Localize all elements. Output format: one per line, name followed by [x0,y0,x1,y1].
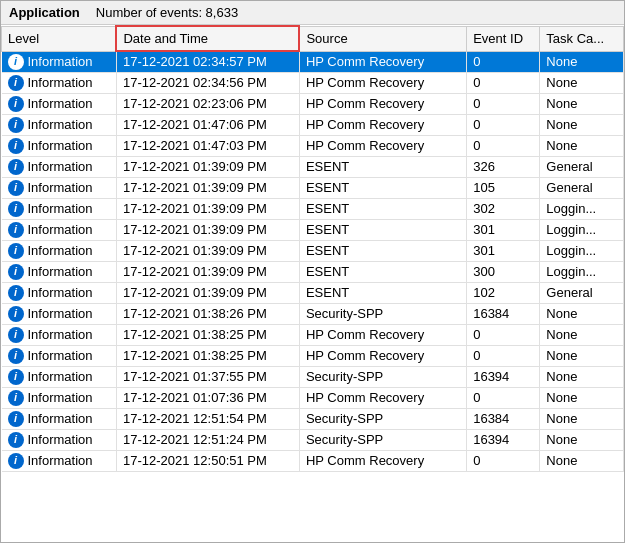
cell-taskcat: Loggin... [540,261,624,282]
info-icon: i [8,411,24,427]
cell-taskcat: None [540,135,624,156]
info-icon: i [8,285,24,301]
event-count: Number of events: 8,633 [96,5,238,20]
level-label: Information [28,306,93,321]
table-row[interactable]: iInformation17-12-2021 02:34:56 PMHP Com… [2,72,624,93]
table-header-row: Level Date and Time Source Event ID Task… [2,26,624,51]
level-label: Information [28,348,93,363]
cell-eventid: 102 [467,282,540,303]
level-label: Information [28,201,93,216]
cell-taskcat: None [540,429,624,450]
info-icon: i [8,159,24,175]
table-row[interactable]: iInformation17-12-2021 01:39:09 PMESENT1… [2,282,624,303]
cell-level: iInformation [2,72,117,93]
info-icon: i [8,306,24,322]
cell-source: ESENT [299,282,466,303]
cell-eventid: 16384 [467,303,540,324]
cell-datetime: 17-12-2021 02:23:06 PM [116,93,299,114]
info-icon: i [8,327,24,343]
table-row[interactable]: iInformation17-12-2021 01:38:25 PMHP Com… [2,345,624,366]
table-row[interactable]: iInformation17-12-2021 01:47:03 PMHP Com… [2,135,624,156]
table-row[interactable]: iInformation17-12-2021 01:39:09 PMESENT1… [2,177,624,198]
table-row[interactable]: iInformation17-12-2021 02:34:57 PMHP Com… [2,51,624,72]
cell-level: iInformation [2,198,117,219]
col-header-level[interactable]: Level [2,26,117,51]
table-row[interactable]: iInformation17-12-2021 12:50:51 PMHP Com… [2,450,624,471]
cell-datetime: 17-12-2021 01:39:09 PM [116,219,299,240]
cell-datetime: 17-12-2021 01:39:09 PM [116,156,299,177]
cell-source: ESENT [299,240,466,261]
cell-datetime: 17-12-2021 01:07:36 PM [116,387,299,408]
cell-taskcat: None [540,51,624,72]
cell-taskcat: General [540,282,624,303]
info-icon: i [8,96,24,112]
info-icon: i [8,75,24,91]
cell-taskcat: None [540,93,624,114]
cell-eventid: 300 [467,261,540,282]
info-icon: i [8,180,24,196]
col-header-datetime[interactable]: Date and Time [116,26,299,51]
cell-source: ESENT [299,177,466,198]
table-row[interactable]: iInformation17-12-2021 01:38:26 PMSecuri… [2,303,624,324]
cell-source: ESENT [299,261,466,282]
col-header-source[interactable]: Source [299,26,466,51]
cell-eventid: 0 [467,51,540,72]
table-row[interactable]: iInformation17-12-2021 01:07:36 PMHP Com… [2,387,624,408]
table-row[interactable]: iInformation17-12-2021 02:23:06 PMHP Com… [2,93,624,114]
level-label: Information [28,117,93,132]
cell-level: iInformation [2,261,117,282]
cell-datetime: 17-12-2021 12:51:24 PM [116,429,299,450]
cell-datetime: 17-12-2021 01:39:09 PM [116,261,299,282]
level-label: Information [28,411,93,426]
cell-datetime: 17-12-2021 12:51:54 PM [116,408,299,429]
col-header-eventid[interactable]: Event ID [467,26,540,51]
cell-datetime: 17-12-2021 01:38:26 PM [116,303,299,324]
info-icon: i [8,390,24,406]
table-row[interactable]: iInformation17-12-2021 01:39:09 PMESENT3… [2,156,624,177]
info-icon: i [8,117,24,133]
event-viewer-window: Application Number of events: 8,633 Leve… [0,0,625,543]
event-table: Level Date and Time Source Event ID Task… [1,25,624,472]
table-row[interactable]: iInformation17-12-2021 01:39:09 PMESENT3… [2,198,624,219]
cell-source: HP Comm Recovery [299,345,466,366]
table-row[interactable]: iInformation17-12-2021 12:51:24 PMSecuri… [2,429,624,450]
table-row[interactable]: iInformation17-12-2021 01:39:09 PMESENT3… [2,261,624,282]
cell-taskcat: None [540,366,624,387]
cell-level: iInformation [2,366,117,387]
cell-eventid: 0 [467,345,540,366]
level-label: Information [28,180,93,195]
level-label: Information [28,159,93,174]
table-row[interactable]: iInformation17-12-2021 01:47:06 PMHP Com… [2,114,624,135]
cell-taskcat: None [540,114,624,135]
table-row[interactable]: iInformation17-12-2021 01:37:55 PMSecuri… [2,366,624,387]
table-row[interactable]: iInformation17-12-2021 01:38:25 PMHP Com… [2,324,624,345]
cell-level: iInformation [2,93,117,114]
cell-source: Security-SPP [299,429,466,450]
info-icon: i [8,243,24,259]
cell-eventid: 0 [467,324,540,345]
cell-level: iInformation [2,156,117,177]
cell-level: iInformation [2,429,117,450]
cell-source: HP Comm Recovery [299,114,466,135]
cell-datetime: 17-12-2021 01:38:25 PM [116,324,299,345]
info-icon: i [8,432,24,448]
cell-eventid: 0 [467,135,540,156]
cell-datetime: 17-12-2021 02:34:57 PM [116,51,299,72]
cell-datetime: 17-12-2021 01:39:09 PM [116,240,299,261]
level-label: Information [28,369,93,384]
cell-datetime: 17-12-2021 01:47:03 PM [116,135,299,156]
col-header-taskcat[interactable]: Task Ca... [540,26,624,51]
table-row[interactable]: iInformation17-12-2021 01:39:09 PMESENT3… [2,240,624,261]
cell-eventid: 16394 [467,366,540,387]
info-icon: i [8,222,24,238]
table-row[interactable]: iInformation17-12-2021 01:39:09 PMESENT3… [2,219,624,240]
cell-datetime: 17-12-2021 01:39:09 PM [116,177,299,198]
cell-taskcat: None [540,72,624,93]
level-label: Information [28,264,93,279]
level-label: Information [28,138,93,153]
table-row[interactable]: iInformation17-12-2021 12:51:54 PMSecuri… [2,408,624,429]
title-bar: Application Number of events: 8,633 [1,1,624,25]
cell-datetime: 17-12-2021 02:34:56 PM [116,72,299,93]
cell-eventid: 326 [467,156,540,177]
info-icon: i [8,138,24,154]
